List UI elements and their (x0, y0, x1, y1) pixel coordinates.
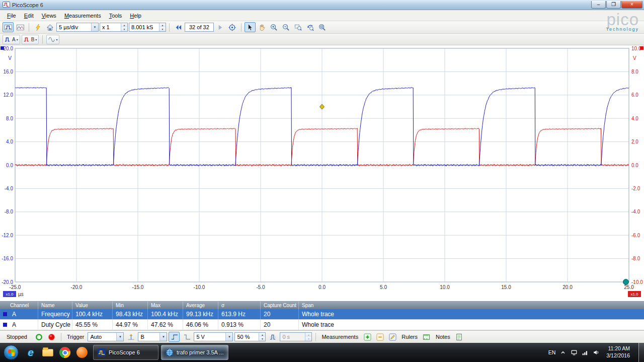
math-channels-button[interactable]: ▾ (46, 35, 59, 44)
rising-edge-button[interactable] (169, 332, 180, 342)
spin-down-icon[interactable]: ▼ (259, 337, 265, 341)
scope-view[interactable]: -25.0-20.0-15.0-10.0-5.00.05.010.015.020… (0, 45, 644, 301)
run-button[interactable] (34, 332, 45, 342)
measurement-cell: 100.4 kHz (148, 309, 183, 319)
undo-zoom-button[interactable] (305, 22, 316, 32)
advanced-trigger-button[interactable] (181, 332, 192, 342)
task-button-trafo-primer[interactable]: trafo primer 3.5A ... (161, 345, 228, 360)
column-header[interactable]: Channel (0, 302, 38, 309)
channel-color-swatch (3, 323, 7, 327)
delete-measurement-button[interactable] (387, 332, 398, 342)
next-buffer-button[interactable] (215, 22, 226, 32)
show-desktop-button[interactable] (638, 343, 644, 362)
add-measurement-button[interactable] (362, 332, 373, 342)
zoom-in-button[interactable] (269, 22, 280, 32)
minimize-button[interactable]: – (591, 1, 606, 9)
window-title: PicoScope 6 (12, 2, 43, 8)
chrome-taskbar-button[interactable] (56, 345, 73, 360)
media-taskbar-button[interactable] (73, 345, 91, 360)
buffer-navigator-button[interactable] (227, 22, 238, 32)
scope-view-button[interactable] (3, 22, 14, 32)
menu-file[interactable]: File (3, 11, 20, 20)
spin-down-icon[interactable]: ▼ (121, 27, 127, 31)
column-header[interactable]: Max (148, 302, 183, 309)
menu-measurements[interactable]: Measurements (60, 11, 105, 20)
trigger-level-select[interactable]: 5 V▼ (194, 332, 233, 341)
svg-text:-15.0: -15.0 (132, 284, 144, 290)
spin-down-icon[interactable]: ▼ (159, 27, 166, 31)
channel-b-button[interactable]: B ▾ (22, 35, 39, 44)
column-header[interactable]: Capture Count (261, 302, 299, 309)
column-header[interactable]: Span (299, 302, 644, 309)
svg-text:4.0: 4.0 (6, 139, 13, 144)
timebase-select[interactable]: 5 µs/div▼ (56, 23, 99, 32)
network-icon[interactable] (582, 349, 589, 356)
set-trigger-50-button[interactable] (267, 332, 278, 342)
display-tray-icon[interactable] (571, 349, 578, 356)
channel-a-axis-handle[interactable] (1, 46, 4, 50)
pretrigger-percent-spin[interactable]: 50 %▲▼ (234, 332, 266, 341)
auto-setup-button[interactable] (32, 22, 43, 32)
trigger-marker-button[interactable] (125, 332, 136, 342)
dropdown-arrow-icon[interactable]: ▼ (225, 333, 232, 341)
volume-icon[interactable] (593, 349, 600, 356)
dropdown-arrow-icon[interactable]: ▼ (91, 23, 98, 31)
spin-up-icon[interactable]: ▲ (121, 23, 127, 27)
trigger-diamond[interactable] (320, 104, 325, 109)
edit-measurement-button[interactable] (374, 332, 385, 342)
spin-down-icon[interactable]: ▼ (305, 337, 311, 341)
column-header[interactable]: Value (72, 302, 113, 309)
column-header[interactable]: Min (113, 302, 148, 309)
rulers-button[interactable] (421, 332, 432, 342)
hand-tool-button[interactable] (257, 22, 268, 32)
buffer-position[interactable]: 32 of 32 (185, 23, 214, 32)
column-header[interactable]: Name (38, 302, 72, 309)
task-button-picoscope[interactable]: PicoScope 6 (93, 345, 158, 360)
menu-tools[interactable]: Tools (105, 11, 126, 20)
zoom-full-button[interactable] (317, 22, 328, 32)
measurement-cell: 20 (261, 309, 299, 319)
channel-cell: A (0, 309, 38, 319)
clock[interactable]: 11:20 AM 3/12/2016 (606, 345, 630, 359)
marquee-zoom-button[interactable] (293, 22, 304, 32)
ie-taskbar-button[interactable] (22, 345, 39, 360)
measurement-cell: Duty Cycle (38, 320, 72, 330)
measurement-row[interactable]: ADuty Cycle45.55 %44.97 %47.62 %46.06 %0… (0, 320, 644, 330)
svg-text:12.0: 12.0 (4, 92, 14, 98)
close-button[interactable]: × (621, 1, 642, 9)
menu-views[interactable]: Views (38, 11, 60, 20)
scope-plot[interactable]: -25.0-20.0-15.0-10.0-5.00.05.010.015.020… (0, 45, 644, 301)
first-buffer-button[interactable] (173, 22, 184, 32)
record-stop-button[interactable] (46, 332, 57, 342)
sample-count-spin[interactable]: 8.001 kS▲▼ (129, 23, 166, 32)
menu-help[interactable]: Help (126, 11, 145, 20)
language-indicator[interactable]: EN (548, 349, 556, 355)
separator (29, 23, 29, 32)
home-settings-button[interactable] (44, 22, 55, 32)
marker-dot[interactable] (623, 279, 629, 285)
measurement-row[interactable]: AFrequency100.4 kHz98.43 kHz100.4 kHz99.… (0, 309, 644, 320)
persistence-view-button[interactable] (15, 22, 26, 32)
trigger-mode-select[interactable]: Auto▼ (88, 332, 124, 341)
dropdown-arrow-icon[interactable]: ▼ (116, 333, 123, 341)
zoom-out-button[interactable] (281, 22, 292, 32)
maximize-button[interactable]: ❐ (606, 1, 621, 9)
dropdown-arrow-icon[interactable]: ▼ (159, 333, 167, 341)
spin-up-icon[interactable]: ▲ (159, 23, 166, 27)
column-header[interactable]: σ (218, 302, 261, 309)
horizontal-zoom-spin[interactable]: x 1▲▼ (100, 23, 128, 32)
trigger-source-select[interactable]: B▼ (138, 332, 167, 341)
spin-up-icon[interactable]: ▲ (259, 333, 265, 337)
start-button[interactable] (4, 345, 19, 360)
spin-up-icon[interactable]: ▲ (305, 333, 311, 337)
math-waveform-icon (48, 36, 55, 43)
title-bar[interactable]: PicoScope 6 – ❐ × (0, 0, 644, 10)
notes-button[interactable] (454, 332, 465, 342)
chevron-up-icon[interactable] (559, 349, 567, 356)
channel-a-button[interactable]: A ▾ (3, 35, 20, 44)
normal-selection-button[interactable] (245, 22, 256, 32)
explorer-taskbar-button[interactable] (39, 345, 56, 360)
column-header[interactable]: Average (183, 302, 218, 309)
channel-b-axis-handle[interactable] (640, 46, 643, 50)
menu-edit[interactable]: Edit (20, 11, 38, 20)
